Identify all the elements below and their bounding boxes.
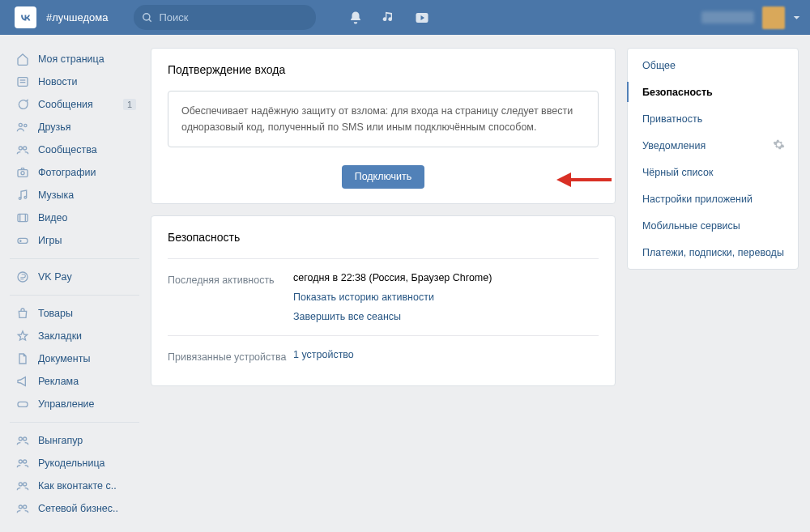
- sidebar-separator: [10, 422, 139, 423]
- news-icon: [15, 74, 31, 90]
- sidebar-item-community[interactable]: Рукодельница: [10, 452, 139, 475]
- left-sidebar: Моя страница Новости Сообщения 1 Друзья: [10, 48, 139, 520]
- sidebar-item-label: Документы: [38, 353, 90, 364]
- tab-label: Платежи, подписки, переводы: [642, 247, 784, 258]
- music-note-icon: [15, 187, 31, 203]
- sidebar-separator: [10, 258, 139, 259]
- gamepad-icon: [15, 232, 31, 249]
- sidebar-item-video[interactable]: Видео: [10, 206, 139, 229]
- twofa-card: Подтверждение входа Обеспечивает надёжну…: [151, 48, 616, 204]
- sidebar-item-bookmarks[interactable]: Закладки: [10, 325, 139, 347]
- username-placeholder: [701, 11, 754, 23]
- sidebar-separator: [10, 295, 139, 296]
- end-sessions-link[interactable]: Завершить все сеансы: [293, 311, 492, 322]
- tab-app-settings[interactable]: Настройки приложений: [628, 185, 798, 212]
- tab-label: Приватность: [642, 113, 702, 125]
- megaphone-icon: [15, 373, 31, 389]
- svg-rect-17: [18, 238, 28, 243]
- svg-point-29: [23, 505, 27, 509]
- sidebar-item-community[interactable]: Вынгапур: [10, 429, 139, 452]
- tab-general[interactable]: Общее: [628, 52, 798, 79]
- tab-mobile[interactable]: Мобильные сервисы: [628, 212, 798, 239]
- svg-rect-14: [18, 214, 28, 221]
- svg-point-27: [23, 483, 27, 486]
- sidebar-item-friends[interactable]: Друзья: [10, 116, 139, 138]
- sidebar-item-community[interactable]: Сетевой бизнес..: [10, 497, 139, 520]
- tab-blacklist[interactable]: Чёрный список: [628, 159, 798, 185]
- devices-link[interactable]: 1 устройство: [293, 349, 354, 360]
- main-column: Подтверждение входа Обеспечивает надёжну…: [151, 48, 616, 520]
- devices-label: Привязанные устройства: [168, 349, 293, 366]
- sidebar-item-ads[interactable]: Реклама: [10, 370, 139, 393]
- music-icon[interactable]: [382, 11, 395, 24]
- tab-security[interactable]: Безопасность: [628, 79, 798, 105]
- group-icon: [15, 432, 31, 449]
- svg-rect-21: [18, 402, 28, 406]
- sidebar-item-label: VK Pay: [38, 271, 72, 283]
- sidebar-item-label: Видео: [38, 212, 68, 223]
- sidebar-item-games[interactable]: Игры: [10, 229, 139, 252]
- sidebar-item-news[interactable]: Новости: [10, 70, 139, 93]
- camera-icon: [15, 164, 31, 181]
- sidebar-item-label: Друзья: [38, 121, 71, 133]
- sidebar-item-label: Как вконтакте с..: [38, 480, 117, 492]
- search-box[interactable]: [134, 5, 316, 30]
- security-card: Безопасность Последняя активность сегодн…: [151, 215, 616, 386]
- sidebar-item-market[interactable]: Товары: [10, 302, 139, 325]
- sidebar-item-music[interactable]: Музыка: [10, 184, 139, 206]
- vk-logo[interactable]: [15, 6, 36, 28]
- svg-line-1: [149, 19, 151, 21]
- sidebar-item-label: Фотографии: [38, 167, 96, 178]
- sidebar-item-docs[interactable]: Документы: [10, 347, 139, 370]
- gear-icon[interactable]: [773, 138, 785, 153]
- last-activity-row: Последняя активность сегодня в 22:38 (Ро…: [168, 258, 599, 322]
- tab-privacy[interactable]: Приватность: [628, 105, 798, 132]
- svg-marker-31: [556, 172, 571, 187]
- twofa-notice: Обеспечивает надёжную защиту от взлома: …: [168, 91, 599, 147]
- sidebar-item-label: Закладки: [38, 330, 82, 342]
- sidebar-item-profile[interactable]: Моя страница: [10, 48, 139, 70]
- group-icon: [15, 478, 31, 494]
- connect-button[interactable]: Подключить: [342, 165, 425, 189]
- svg-point-11: [21, 172, 24, 175]
- video-play-icon[interactable]: [415, 11, 429, 24]
- sidebar-item-label: Игры: [38, 235, 62, 246]
- sidebar-item-manage[interactable]: Управление: [10, 393, 139, 415]
- sidebar-item-label: Товары: [38, 308, 73, 319]
- user-menu[interactable]: [701, 6, 800, 29]
- sidebar-item-vkpay[interactable]: VK Pay: [10, 266, 139, 288]
- show-history-link[interactable]: Показать историю активности: [293, 292, 492, 303]
- tab-label: Безопасность: [642, 87, 713, 98]
- last-activity-value: сегодня в 22:38 (Россия, Браузер Chrome): [293, 272, 492, 283]
- sidebar-item-community[interactable]: Как вконтакте с..: [10, 475, 139, 497]
- svg-rect-10: [18, 170, 28, 177]
- tab-label: Уведомления: [642, 140, 706, 151]
- svg-point-20: [18, 272, 28, 282]
- sidebar-item-label: Вынгапур: [38, 435, 83, 446]
- svg-point-7: [24, 124, 27, 126]
- svg-point-28: [19, 505, 22, 509]
- home-icon: [15, 51, 31, 67]
- svg-point-26: [19, 483, 22, 486]
- sidebar-item-messages[interactable]: Сообщения 1: [10, 93, 139, 116]
- chevron-down-icon: [793, 14, 800, 21]
- tab-label: Настройки приложений: [642, 194, 752, 205]
- svg-point-24: [19, 460, 22, 463]
- sidebar-item-photos[interactable]: Фотографии: [10, 161, 139, 184]
- tab-label: Общее: [642, 60, 676, 71]
- right-tabs: Общее Безопасность Приватность Уведомлен…: [627, 48, 799, 520]
- svg-point-0: [143, 13, 150, 19]
- svg-point-12: [19, 198, 21, 200]
- bag-icon: [15, 305, 31, 321]
- svg-point-9: [23, 147, 27, 150]
- tab-payments[interactable]: Платежи, подписки, переводы: [628, 239, 798, 266]
- search-input[interactable]: [159, 11, 308, 23]
- tab-notifications[interactable]: Уведомления: [628, 132, 798, 159]
- devices-row: Привязанные устройства 1 устройство: [168, 335, 599, 377]
- sidebar-item-communities[interactable]: Сообщества: [10, 138, 139, 161]
- ruble-icon: [15, 269, 31, 285]
- bell-icon[interactable]: [348, 11, 363, 25]
- site-hashtag[interactable]: #лучшедома: [46, 11, 108, 23]
- group-icon: [15, 455, 31, 471]
- message-icon: [15, 96, 31, 113]
